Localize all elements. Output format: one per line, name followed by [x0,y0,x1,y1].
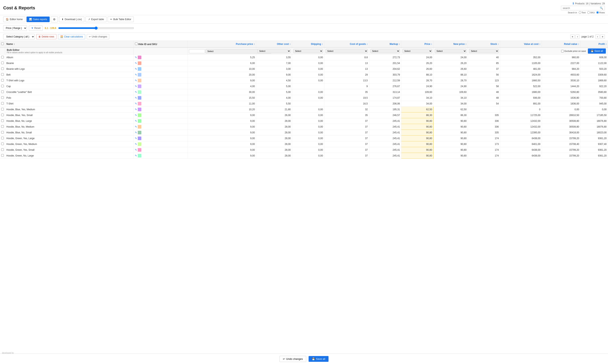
edit-icon[interactable]: ✎ [135,125,137,128]
clear-calculations-btn[interactable]: 🧮 Clear calculations [58,34,85,39]
bulk-purchase-cell[interactable]: Select [188,47,256,55]
select-all-checkbox[interactable] [1,42,4,45]
new-price-header[interactable]: New price ↕ [433,41,468,47]
bulk-price-select[interactable]: Select [402,49,432,53]
name-header[interactable]: Name ↕ [5,41,134,47]
edit-icon[interactable]: ✎ [135,148,137,151]
row-checkbox[interactable] [1,119,4,122]
edit-icon[interactable]: ✎ [135,114,137,117]
row-checkbox[interactable] [1,62,4,64]
value-at-cost-val: 6438,00 [532,148,540,151]
bulk-markup-cell[interactable]: Select [369,47,401,55]
bulk-shipping-select[interactable]: Select [293,49,323,53]
value-at-cost-val: 6438,00 [532,154,540,157]
value-at-cost-header[interactable]: Value at cost ↕ [500,41,542,47]
range-slider[interactable] [58,26,134,30]
profit-val: 0,00 [602,108,607,111]
row-checkbox[interactable] [1,154,4,157]
stock-header[interactable]: Stock ↕ [468,41,500,47]
row-checkbox[interactable] [1,73,4,76]
row-checkbox[interactable] [1,56,4,58]
search-input[interactable] [563,7,599,10]
top-bar-left: Cost & Reports [3,5,35,11]
other-cost-val: 28,00 [285,125,291,128]
edit-icon[interactable]: ✎ [135,79,137,82]
bulk-stock-cell[interactable]: Select [468,47,500,55]
row-checkbox[interactable] [1,131,4,134]
delete-rows-btn[interactable]: 🗑 Delete rows [36,34,56,39]
edit-icon[interactable]: ✎ [135,73,137,76]
bulk-cog-cell[interactable]: Select [324,47,369,55]
last-page-btn[interactable]: » [600,35,605,39]
edit-icon[interactable]: ✎ [135,154,137,157]
edit-icon[interactable]: ✎ [135,62,137,65]
edit-icon[interactable]: ✎ [135,120,137,122]
price-val: 88,10 [426,73,432,76]
bulk-shipping-cell[interactable]: Select [292,47,324,55]
settings-btn[interactable]: ⚙ [51,16,58,22]
shipping-header[interactable]: Shipping ↕ [292,41,324,47]
hide-id-sku-header[interactable]: Hide ID and SKU [134,41,188,47]
category-select[interactable]: Select Category ( all ) [3,34,35,39]
export-table-btn[interactable]: ↗ Export table [86,16,106,22]
bulk-cog-select[interactable]: Select [325,49,368,53]
bulk-other-cost-cell[interactable]: Select [256,47,292,55]
bulk-new-price-select[interactable]: Select [435,49,467,53]
sales-reports-btn[interactable]: 📊 Sales reports [26,16,50,22]
edit-icon[interactable]: ✎ [135,108,137,111]
stock-val: 56 [496,73,499,76]
search-icon[interactable]: 🔍 [600,7,603,10]
bulk-markup-select[interactable]: Select [370,49,400,53]
price-range-select[interactable]: Price ( Range ) [3,25,27,31]
other-cost-header[interactable]: Other cost ↕ [256,41,292,47]
cost-of-goods-header[interactable]: Cost of goods ↕ [324,41,369,47]
first-page-btn[interactable]: « [570,35,575,39]
edit-icon[interactable]: ✎ [135,85,137,88]
prev-page-btn[interactable]: ‹ [576,35,580,39]
bulk-new-price-cell[interactable]: Select [433,47,468,55]
edit-icon[interactable]: ✎ [135,143,137,145]
edit-icon[interactable]: ✎ [135,56,137,59]
edit-icon[interactable]: ✎ [135,102,137,105]
next-page-btn[interactable]: › [595,35,599,39]
edit-icon[interactable]: ✎ [135,68,137,70]
edit-icon[interactable]: ✎ [135,137,137,140]
purchase-price-header[interactable]: Purchase price ↕ [188,41,256,47]
editor-home-btn[interactable]: 🏠 Editor home [3,16,25,22]
edit-icon[interactable]: ✎ [135,91,137,93]
row-checkbox[interactable] [1,91,4,93]
exclude-price-checkbox[interactable] [561,50,564,52]
row-checkbox[interactable] [1,114,4,116]
bulk-other-cost-select[interactable]: Select [257,49,291,53]
row-checkbox[interactable] [1,143,4,145]
row-checkbox[interactable] [1,85,4,87]
retail-value-header[interactable]: Retail value ↕ [542,41,580,47]
bulk-table-editor-btn[interactable]: ✏ Bulk Table Editor [108,16,134,22]
row-checkbox[interactable] [1,148,4,151]
edit-icon[interactable]: ✎ [135,96,137,99]
row-checkbox[interactable] [1,137,4,139]
save-all-btn[interactable]: 💾 Save all [588,48,606,54]
row-checkbox[interactable] [1,125,4,128]
markup-header[interactable]: Markup ↕ [369,41,401,47]
undo-changes-btn[interactable]: ↩ Undo changes [87,34,109,39]
download-csv-btn[interactable]: ⬇ Download (.csv) [59,16,84,22]
row-checkbox[interactable] [1,108,4,110]
row-checkbox[interactable] [1,96,4,99]
bulk-stock-select[interactable]: Select [469,49,499,53]
calc-icon: 🧮 [60,35,63,38]
profit-header[interactable]: Profit ↕ [581,41,608,47]
bulk-purchase-input[interactable] [189,49,205,53]
purchase-price-val: 10,00 [249,68,255,70]
profit-val: 9361,20 [598,154,607,157]
shipping-val: 0,00 [318,91,323,93]
row-checkbox[interactable] [1,102,4,105]
reset-btn[interactable]: ▼ Reset [29,26,43,31]
edit-icon[interactable]: ✎ [135,131,137,134]
bulk-price-cell[interactable]: Select [401,47,434,55]
price-header[interactable]: Price ↕ [401,41,434,47]
bulk-icon: ✏ [110,18,112,21]
row-checkbox[interactable] [1,67,4,70]
hide-id-sku-checkbox[interactable] [135,42,138,45]
row-checkbox[interactable] [1,79,4,81]
